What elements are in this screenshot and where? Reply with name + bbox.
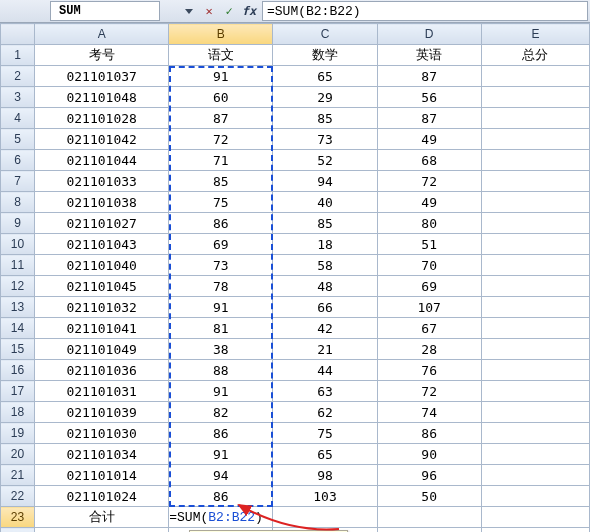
cell[interactable]: 56 [377, 87, 481, 108]
row-header[interactable]: 22 [1, 486, 35, 507]
row-header[interactable]: 17 [1, 381, 35, 402]
cell[interactable]: 021101031 [35, 381, 169, 402]
cell[interactable]: 数学 [273, 45, 377, 66]
cell[interactable]: 70 [377, 255, 481, 276]
row-header[interactable]: 11 [1, 255, 35, 276]
cell[interactable]: 86 [169, 486, 273, 507]
cell[interactable]: 68 [377, 150, 481, 171]
cell[interactable]: 29 [273, 87, 377, 108]
cell[interactable] [481, 234, 589, 255]
cell[interactable] [481, 360, 589, 381]
cell[interactable]: 021101033 [35, 171, 169, 192]
cell[interactable]: 73 [273, 129, 377, 150]
cell[interactable]: 85 [273, 213, 377, 234]
cell[interactable]: 21 [273, 339, 377, 360]
row-header[interactable]: 16 [1, 360, 35, 381]
cell[interactable]: 021101045 [35, 276, 169, 297]
cell[interactable]: 72 [377, 381, 481, 402]
cell[interactable] [481, 381, 589, 402]
cell[interactable]: 86 [169, 213, 273, 234]
cell[interactable]: 021101034 [35, 444, 169, 465]
cell[interactable] [481, 507, 589, 528]
cell[interactable] [481, 213, 589, 234]
cell[interactable]: 62 [273, 402, 377, 423]
cell[interactable]: 021101037 [35, 66, 169, 87]
cell[interactable] [481, 528, 589, 533]
dropdown-icon[interactable] [180, 2, 198, 20]
cell[interactable] [481, 171, 589, 192]
cell[interactable]: 91 [169, 381, 273, 402]
cell[interactable]: 38 [169, 339, 273, 360]
fx-icon[interactable]: fx [240, 2, 258, 20]
cell[interactable]: 42 [273, 318, 377, 339]
cell[interactable] [481, 444, 589, 465]
cell[interactable]: 98 [273, 465, 377, 486]
cell[interactable]: 考号 [35, 45, 169, 66]
cell[interactable]: 86 [169, 423, 273, 444]
cell[interactable]: 72 [377, 171, 481, 192]
enter-icon[interactable]: ✓ [220, 2, 238, 20]
cell[interactable]: 44 [273, 360, 377, 381]
cell[interactable]: 66 [273, 297, 377, 318]
col-header-C[interactable]: C [273, 24, 377, 45]
cell[interactable]: 021101043 [35, 234, 169, 255]
cell[interactable]: 86 [377, 423, 481, 444]
row-header[interactable]: 2 [1, 66, 35, 87]
cell[interactable]: 021101032 [35, 297, 169, 318]
cell[interactable]: 94 [169, 465, 273, 486]
select-all-corner[interactable] [1, 24, 35, 45]
cancel-icon[interactable]: ✕ [200, 2, 218, 20]
cell[interactable]: 69 [169, 234, 273, 255]
cell[interactable]: 75 [169, 192, 273, 213]
cell[interactable]: 87 [377, 66, 481, 87]
cell[interactable]: 91 [169, 66, 273, 87]
cell[interactable]: 021101044 [35, 150, 169, 171]
cell[interactable]: 81 [169, 318, 273, 339]
name-box[interactable]: SUM [50, 1, 160, 21]
cell[interactable]: 58 [273, 255, 377, 276]
cell[interactable]: 96 [377, 465, 481, 486]
col-header-D[interactable]: D [377, 24, 481, 45]
cell[interactable] [377, 528, 481, 533]
cell[interactable]: 52 [273, 150, 377, 171]
editing-cell[interactable]: =SUM(B2:B22) [169, 507, 273, 528]
cell[interactable]: 103 [273, 486, 377, 507]
cell[interactable]: 67 [377, 318, 481, 339]
row-header[interactable]: 23 [1, 507, 35, 528]
cell[interactable]: 021101014 [35, 465, 169, 486]
cell[interactable]: 50 [377, 486, 481, 507]
row-header[interactable]: 5 [1, 129, 35, 150]
cell[interactable]: 021101027 [35, 213, 169, 234]
row-header[interactable]: 20 [1, 444, 35, 465]
row-header[interactable]: 4 [1, 108, 35, 129]
cell[interactable]: 74 [377, 402, 481, 423]
cell[interactable]: 80 [377, 213, 481, 234]
row-header[interactable]: 10 [1, 234, 35, 255]
cell[interactable]: 73 [169, 255, 273, 276]
cell[interactable]: 85 [273, 108, 377, 129]
col-header-B[interactable]: B [169, 24, 273, 45]
cell[interactable]: 49 [377, 192, 481, 213]
cell[interactable]: 82 [169, 402, 273, 423]
cell[interactable]: 87 [377, 108, 481, 129]
cell[interactable]: 021101028 [35, 108, 169, 129]
cell[interactable]: 71 [169, 150, 273, 171]
cell[interactable] [481, 192, 589, 213]
grid[interactable]: A B C D E 1考号语文数学英语总分2021101037916587302… [0, 23, 590, 532]
cell[interactable]: 021101041 [35, 318, 169, 339]
row-header[interactable]: 13 [1, 297, 35, 318]
row-header[interactable]: 24 [1, 528, 35, 533]
cell[interactable]: 021101024 [35, 486, 169, 507]
cell[interactable]: 021101048 [35, 87, 169, 108]
cell[interactable]: 49 [377, 129, 481, 150]
cell[interactable] [481, 339, 589, 360]
cell[interactable] [481, 486, 589, 507]
cell[interactable]: 63 [273, 381, 377, 402]
cell[interactable]: 28 [377, 339, 481, 360]
cell[interactable]: 51 [377, 234, 481, 255]
cell[interactable] [377, 507, 481, 528]
cell[interactable]: 91 [169, 444, 273, 465]
cell[interactable]: 94 [273, 171, 377, 192]
cell[interactable]: 91 [169, 297, 273, 318]
cell[interactable]: 65 [273, 66, 377, 87]
